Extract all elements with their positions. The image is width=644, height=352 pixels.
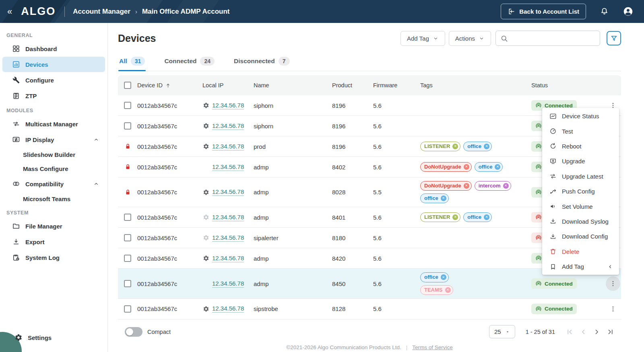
sidebar-subitem-slideshow-builder[interactable]: Slideshow Builder (0, 148, 107, 162)
app-window: « ALGO Account Manager › Main Office ADM… (0, 0, 644, 352)
ip-address-link[interactable]: 12.34.56.78 (212, 305, 244, 313)
sidebar-subitem-mass-configure[interactable]: Mass Configure (0, 162, 107, 176)
tab-all[interactable]: All31 (118, 53, 146, 71)
tab-disconnected[interactable]: Disconnected7 (233, 53, 290, 71)
row-kebab-menu-icon[interactable] (606, 302, 620, 316)
sidebar-collapse-icon[interactable]: « (7, 7, 12, 16)
remove-tag-icon[interactable]: ✕ (452, 144, 458, 149)
sidebar-item-ztp[interactable]: ZTP (2, 88, 105, 103)
sidebar-item-configure[interactable]: Configure (2, 72, 105, 88)
chevron-up-icon[interactable] (93, 136, 99, 143)
page-size-select[interactable]: 25 (489, 325, 515, 338)
row-checkbox[interactable] (124, 255, 131, 262)
menu-item-download-config[interactable]: Download Config (542, 229, 619, 244)
menu-item-download-syslog[interactable]: Download Syslog (542, 214, 619, 229)
row-checkbox[interactable] (124, 305, 131, 313)
column-header-product[interactable]: Product (332, 82, 352, 89)
remove-tag-icon[interactable]: ✕ (484, 144, 489, 149)
row-checkbox[interactable] (124, 102, 131, 109)
column-header-local-ip[interactable]: Local IP (202, 82, 223, 89)
remove-tag-icon[interactable]: ✕ (503, 183, 509, 189)
menu-item-label: Device Status (562, 113, 599, 119)
column-header-device-id[interactable]: Device ID (137, 82, 163, 89)
sidebar-item-ip-display[interactable]: IP Display (2, 132, 105, 147)
ip-address-link[interactable]: 12.34.56.78 (212, 102, 244, 109)
menu-item-add-tag[interactable]: Add Tag (542, 259, 619, 274)
add-tag-dropdown-button[interactable]: Add Tag (400, 31, 445, 46)
row-checkbox[interactable] (124, 280, 131, 287)
menu-item-test[interactable]: Test (542, 124, 619, 138)
column-header-tags[interactable]: Tags (420, 82, 433, 89)
sidebar-item-devices[interactable]: Devices (2, 57, 105, 72)
sidebar-item-multicast-manager[interactable]: Multicast Manager (2, 116, 105, 132)
remove-tag-icon[interactable]: ✕ (464, 164, 469, 170)
menu-item-upgrade-latest[interactable]: Upgrade Latest (542, 169, 619, 184)
first-page-icon[interactable] (566, 328, 574, 336)
row-checkbox[interactable] (124, 214, 131, 221)
column-header-name[interactable]: Name (254, 82, 269, 89)
remove-tag-icon[interactable]: ✕ (464, 183, 469, 189)
sidebar-item-compatibility[interactable]: Compatibility (2, 176, 105, 191)
row-kebab-menu-icon[interactable] (606, 276, 620, 291)
device-settings-gear-icon[interactable] (203, 255, 209, 261)
terms-of-service-link[interactable]: Terms of Service (412, 344, 453, 350)
search-input[interactable] (511, 35, 595, 42)
menu-item-upgrade[interactable]: Upgrade (542, 154, 619, 169)
ip-address-link[interactable]: 12.34.56.78 (212, 143, 244, 150)
sidebar-item-export[interactable]: Export (2, 234, 105, 249)
device-settings-gear-icon[interactable] (203, 235, 209, 241)
menu-item-set-volume[interactable]: Set Volume (542, 199, 619, 214)
breadcrumb-section[interactable]: Account Manager (73, 8, 130, 16)
filter-button[interactable] (607, 31, 621, 45)
tag-pill-intercom: intercom✕ (475, 181, 511, 191)
tab-connected[interactable]: Connected24 (163, 53, 215, 71)
device-settings-gear-icon[interactable] (203, 214, 209, 220)
ip-address-link[interactable]: 12.34.56.78 (212, 255, 244, 262)
row-checkbox[interactable] (124, 122, 131, 130)
product-cell: 8180 (332, 235, 373, 241)
user-avatar-icon[interactable] (623, 6, 634, 17)
ip-address-link[interactable]: 12.34.56.78 (212, 234, 244, 242)
product-cell: 8402 (332, 164, 373, 171)
actions-dropdown-button[interactable]: Actions (449, 31, 491, 46)
ip-address-link[interactable]: 12.34.56.78 (212, 214, 244, 221)
select-all-checkbox[interactable] (124, 82, 131, 89)
device-settings-gear-icon[interactable] (203, 143, 209, 150)
row-actions-context-menu: Device StatusTestRebootUpgradeUpgrade La… (542, 108, 619, 275)
column-header-status[interactable]: Status (531, 82, 548, 89)
remove-tag-icon[interactable]: ✕ (441, 196, 446, 201)
menu-item-reboot[interactable]: Reboot (542, 139, 619, 154)
previous-page-icon[interactable] (579, 328, 587, 336)
compact-toggle[interactable] (125, 327, 142, 337)
menu-item-delete[interactable]: Delete (542, 244, 619, 259)
device-settings-gear-icon[interactable] (203, 102, 209, 109)
ip-address-link[interactable]: 12.34.56.78 (212, 188, 244, 196)
chevron-up-icon[interactable] (93, 181, 99, 187)
notifications-bell-icon[interactable] (600, 7, 609, 16)
column-header-firmware[interactable]: Firmware (373, 82, 397, 89)
sidebar-subitem-microsoft-teams[interactable]: Microsoft Teams (0, 192, 107, 206)
sort-ascending-icon[interactable] (165, 82, 171, 89)
ip-address-link[interactable]: 12.34.56.78 (212, 163, 244, 171)
next-page-icon[interactable] (593, 328, 601, 336)
sidebar-item-system-log[interactable]: System Log (2, 250, 105, 265)
sidebar-item-dashboard[interactable]: Dashboard (2, 41, 105, 56)
menu-item-device-status[interactable]: Device Status (542, 109, 619, 124)
sidebar-item-file-manager[interactable]: File Manager (2, 218, 105, 234)
row-checkbox[interactable] (124, 234, 131, 241)
sidebar-item-settings[interactable]: Settings (5, 330, 103, 345)
tags-cell (420, 255, 531, 262)
remove-tag-icon[interactable]: ✕ (441, 274, 446, 280)
remove-tag-icon[interactable]: ✕ (445, 287, 451, 293)
menu-item-push-config[interactable]: Push Config (542, 184, 619, 199)
back-to-account-list-button[interactable]: Back to Account List (501, 4, 586, 19)
device-settings-gear-icon[interactable] (203, 123, 209, 129)
remove-tag-icon[interactable]: ✕ (452, 214, 458, 220)
device-settings-gear-icon[interactable] (203, 189, 209, 196)
ip-address-link[interactable]: 12.34.56.78 (212, 122, 244, 130)
last-page-icon[interactable] (607, 328, 615, 336)
remove-tag-icon[interactable]: ✕ (495, 164, 500, 170)
device-settings-gear-icon[interactable] (203, 306, 209, 312)
remove-tag-icon[interactable]: ✕ (484, 214, 489, 220)
ip-address-link[interactable]: 12.34.56.78 (212, 280, 244, 288)
